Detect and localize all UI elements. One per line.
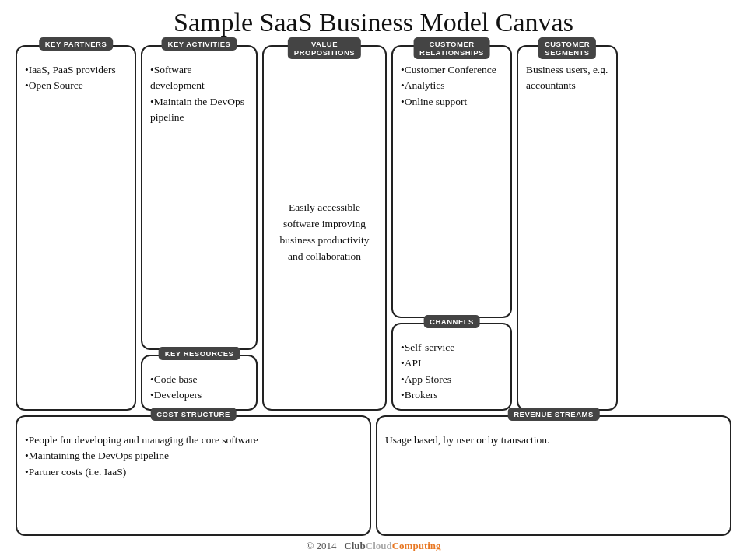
brand-cloud: Cloud <box>366 540 392 551</box>
value-propositions-cell: VALUEPROPOSITIONS Easily accessible soft… <box>262 45 387 411</box>
customer-relationships-cell: CUSTOMERRELATIONSHIPS •Customer Conferen… <box>391 45 512 318</box>
customer-relationships-label: CUSTOMERRELATIONSHIPS <box>413 37 490 59</box>
page-title: Sample SaaS Business Model Canvas <box>16 8 731 37</box>
brand: ClubCloudComputing <box>344 540 440 551</box>
cost-structure-label: COST STRUCTURE <box>150 408 237 421</box>
key-activities-label: KEY ACTIVITIES <box>162 37 237 51</box>
channels-cell: CHANNELS •Self-service•API•App Stores•Br… <box>391 323 512 411</box>
brand-computing: Computing <box>392 540 441 551</box>
revenue-streams-content: Usage based, by user or by transaction. <box>385 432 722 448</box>
brand-club: Club <box>344 540 365 551</box>
customer-segments-cell: CUSTOMERSEGMENTS Business users, e.g. ac… <box>517 45 618 411</box>
key-partners-content: •IaaS, PaaS providers•Open Source <box>25 62 127 94</box>
key-partners-cell: KEY PARTNERS •IaaS, PaaS providers•Open … <box>16 45 136 411</box>
key-activities-content: •Software development•Maintain the DevOp… <box>150 62 248 125</box>
key-resources-cell: KEY RESOURCES •Code base•Developers <box>141 355 258 411</box>
customer-segments-label: CUSTOMERSEGMENTS <box>538 37 596 59</box>
value-propositions-label: VALUEPROPOSITIONS <box>288 37 361 59</box>
customer-segments-content: Business users, e.g. accountants <box>526 62 608 94</box>
key-activities-cell: KEY ACTIVITIES •Software development•Mai… <box>141 45 258 350</box>
canvas-area: KEY PARTNERS •IaaS, PaaS providers•Open … <box>16 45 731 536</box>
revenue-streams-label: REVENUE STREAMS <box>507 408 600 421</box>
revenue-streams-cell: REVENUE STREAMS Usage based, by user or … <box>376 415 731 536</box>
bottom-row: COST STRUCTURE •People for developing an… <box>16 415 731 536</box>
key-partners-label: KEY PARTNERS <box>39 37 114 51</box>
key-activities-wrapper: KEY ACTIVITIES •Software development•Mai… <box>141 45 258 411</box>
top-row: KEY PARTNERS •IaaS, PaaS providers•Open … <box>16 45 731 411</box>
copyright: © 2014 <box>306 540 336 551</box>
key-resources-label: KEY RESOURCES <box>159 347 240 360</box>
footer: © 2014 ClubCloudComputing <box>16 536 731 554</box>
customer-rel-wrapper: CUSTOMERRELATIONSHIPS •Customer Conferen… <box>391 45 512 411</box>
customer-relationships-content: •Customer Conference•Analytics•Online su… <box>401 62 503 110</box>
channels-label: CHANNELS <box>423 315 480 328</box>
page: Sample SaaS Business Model Canvas KEY PA… <box>0 0 747 560</box>
cost-structure-cell: COST STRUCTURE •People for developing an… <box>16 415 371 536</box>
cost-structure-content: •People for developing and managing the … <box>25 432 362 480</box>
key-resources-content: •Code base•Developers <box>150 372 248 404</box>
value-propositions-content: Easily accessible software improving bus… <box>272 62 377 403</box>
channels-content: •Self-service•API•App Stores•Brokers <box>401 340 503 403</box>
